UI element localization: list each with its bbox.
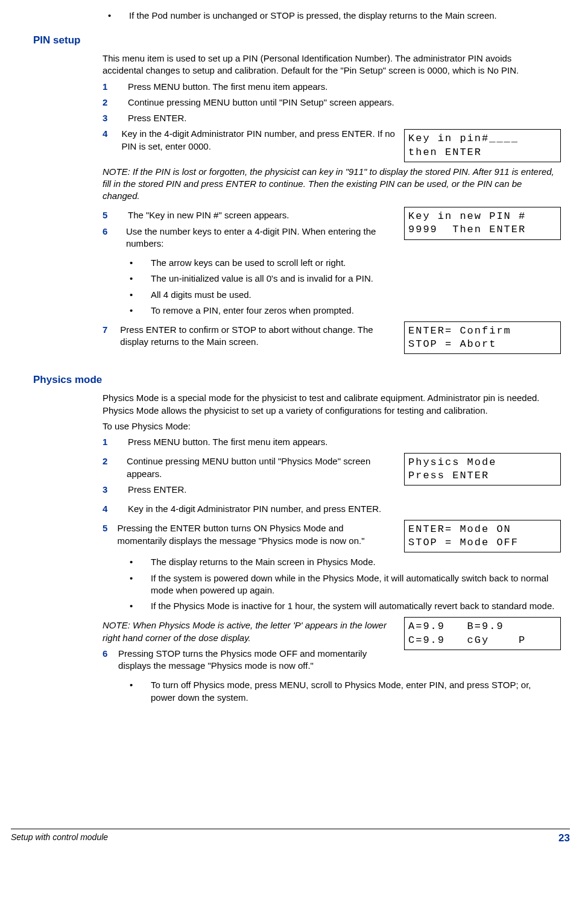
step-text: Key in the 4-digit Administrator PIN num… xyxy=(121,128,395,153)
step-text: Press MENU button. The first menu item a… xyxy=(128,81,555,93)
step-text: The "Key in new PIN #" screen appears. xyxy=(128,209,289,221)
footer-section: Setup with control module xyxy=(11,832,108,846)
step-number: 4 xyxy=(103,503,128,515)
bullet-text: If the Physics Mode is inactive for 1 ho… xyxy=(151,600,555,612)
step-text: Key in the 4-digit Administrator PIN num… xyxy=(128,503,555,515)
step-text: Pressing the ENTER button turns ON Physi… xyxy=(118,522,396,547)
physics-mode-title: Physics mode xyxy=(33,373,555,387)
step-text: Use the number keys to enter a 4-digit P… xyxy=(126,226,395,250)
step-text: Pressing STOP turns the Physics mode OFF… xyxy=(118,648,395,672)
step-number: 2 xyxy=(103,96,128,109)
step-text: Press ENTER. xyxy=(128,484,187,496)
step-text: Continue pressing MENU button until "PIN… xyxy=(128,96,555,109)
step-number: 7 xyxy=(103,324,120,349)
step-number: 5 xyxy=(103,522,118,547)
bullet-text: The arrow keys can be used to scroll lef… xyxy=(151,257,555,269)
step-number: 1 xyxy=(103,436,128,448)
step-number: 3 xyxy=(103,112,128,124)
note-text: NOTE: If the PIN is lost or forgotten, t… xyxy=(103,166,555,203)
bullet-text: To turn off Physics mode, press MENU, sc… xyxy=(151,679,555,704)
lcd-display-confirm-abort: ENTER= Confirm STOP = Abort xyxy=(404,321,561,354)
step-number: 4 xyxy=(103,128,121,153)
bullet-text: The un-initialized value is all 0's and … xyxy=(151,273,555,285)
step-number: 5 xyxy=(103,209,128,221)
pin-setup-title: PIN setup xyxy=(33,34,555,48)
step-number: 2 xyxy=(103,455,127,480)
top-bullet: If the Pod number is unchanged or STOP i… xyxy=(129,10,555,22)
lcd-display-dose: A=9.9 B=9.9 C=9.9 cGy P xyxy=(404,617,561,650)
bullet-text: The display returns to the Main screen i… xyxy=(151,556,555,568)
step-text: Press MENU button. The first menu item a… xyxy=(128,436,555,448)
lcd-display-pin-entry: Key in pin#____ then ENTER xyxy=(404,129,561,162)
pin-setup-intro: This menu item is used to set up a PIN (… xyxy=(103,52,555,77)
bullet-text: To remove a PIN, enter four zeros when p… xyxy=(151,305,555,317)
step-number: 3 xyxy=(103,484,128,496)
step-text: Continue pressing MENU button until "Phy… xyxy=(127,455,395,480)
bullet-text: If the system is powered down while in t… xyxy=(151,572,555,597)
bullet-text: All 4 digits must be used. xyxy=(151,289,555,301)
step-number: 1 xyxy=(103,81,128,93)
page-number: 23 xyxy=(558,832,570,846)
physics-mode-intro2: To use Physics Mode: xyxy=(103,420,555,432)
step-number: 6 xyxy=(103,226,126,250)
step-text: Press ENTER. xyxy=(128,112,555,124)
physics-mode-intro: Physics Mode is a special mode for the p… xyxy=(103,392,555,417)
lcd-display-physics-mode: Physics Mode Press ENTER xyxy=(404,453,561,485)
step-number: 6 xyxy=(103,648,118,672)
note-text: NOTE: When Physics Mode is active, the l… xyxy=(103,619,395,644)
lcd-display-mode-on-off: ENTER= Mode ON STOP = Mode OFF xyxy=(404,520,561,552)
step-text: Press ENTER to confirm or STOP to abort … xyxy=(120,324,395,349)
lcd-display-new-pin: Key in new PIN # 9999 Then ENTER xyxy=(404,207,561,239)
